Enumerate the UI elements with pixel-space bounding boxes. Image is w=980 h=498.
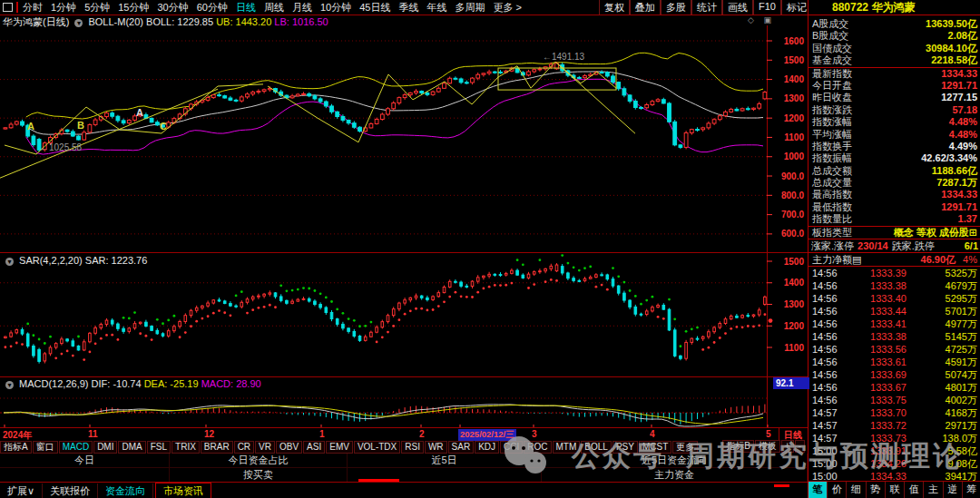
indicator-tab-RSI[interactable]: RSI [401, 441, 424, 454]
indicator-tab-CR[interactable]: CR [234, 441, 254, 454]
period-tab-45日线[interactable]: 45日线 [359, 1, 390, 15]
main-axis-label: 1500 [784, 55, 805, 65]
tick-price: 1333.38 [852, 330, 925, 343]
window-icon[interactable] [3, 3, 13, 12]
action-button-复权[interactable]: 复权 [599, 0, 630, 15]
indicator-tab-VR[interactable]: VR [255, 441, 275, 454]
action-button-叠加[interactable]: 叠加 [630, 0, 661, 15]
period-tab-5分钟[interactable]: 5分钟 [84, 1, 110, 15]
indicator-tab-VOL-TDX[interactable]: VOL-TDX [354, 441, 400, 454]
period-tab-30分钟[interactable]: 30分钟 [158, 1, 189, 15]
boll-ub-value: UB: 1443.20 [216, 16, 271, 27]
period-tab-年线[interactable]: 年线 [427, 1, 447, 15]
main-axis-label: 1400 [784, 74, 805, 84]
period-tab-季线[interactable]: 季线 [399, 1, 419, 15]
quote-tab-逆[interactable]: 逆 [943, 482, 962, 498]
quote-label: B股成交 [812, 30, 848, 42]
quote-tab-势[interactable]: 势 [866, 482, 885, 498]
period-tab-1分钟[interactable]: 1分钟 [51, 1, 76, 15]
sar-dropdown-icon[interactable]: ▾ [5, 258, 14, 266]
period-tab-60分钟[interactable]: 60分钟 [197, 1, 228, 15]
sar-name: SAR(4,2,2,20) [19, 255, 83, 266]
period-tab-周线[interactable]: 周线 [264, 1, 284, 15]
bottom-tab-资金流向[interactable]: 资金流向 [98, 483, 153, 498]
boll-mid-value: BOLL: 1229.85 [146, 16, 213, 27]
indicator-tab-OBV[interactable]: OBV [276, 441, 302, 454]
tick-price: 1333.75 [852, 394, 925, 406]
tick-volume: 4002万 [925, 394, 977, 406]
quote-label: 最低指数 [812, 201, 852, 213]
indicator-tab-WR[interactable]: WR [425, 441, 447, 454]
indicator-dropdown-icon[interactable]: ▾ [74, 19, 83, 27]
indicator-tab-SAR[interactable]: SAR [448, 441, 475, 454]
bottom-tab-市场资讯[interactable]: 市场资讯 [155, 483, 211, 498]
indicator-tab-DMI[interactable]: DMI [93, 441, 117, 454]
macd-dropdown-icon[interactable]: ▾ [5, 381, 14, 389]
timeline-label-11: 11 [88, 429, 98, 439]
quote-label: A股成交 [812, 18, 848, 30]
stock-app-window: 分时1分钟5分钟15分钟30分钟60分钟日线周线月线10分钟45日线季线年线多周… [0, 0, 980, 498]
sar-panel-header: ▾ SAR(4,2,2,20) SAR: 1223.76 [3, 255, 147, 266]
tick-volume: 5325万 [925, 267, 977, 279]
fund-header-今日资金占比: 今日资金占比 [170, 454, 348, 467]
indicator-tab-MACD[interactable]: MACD [59, 441, 93, 454]
quote-label: 总成交量 [812, 177, 852, 189]
quote-tab-联[interactable]: 联 [885, 482, 904, 498]
action-button-画线[interactable]: 画线 [722, 0, 753, 15]
quote-label: 指数换手 [812, 141, 852, 152]
tick-price: 1333.44 [852, 305, 925, 317]
quote-tab-笔[interactable]: 笔 [808, 482, 827, 498]
indicator-tab-EMV[interactable]: EMV [326, 441, 353, 454]
indicator-tab-窗口[interactable]: 窗口 [33, 441, 58, 454]
indicator-tab-FSL[interactable]: FSL [147, 441, 171, 454]
period-tab-10分钟[interactable]: 10分钟 [320, 1, 351, 15]
indicator-tab-KDJ[interactable]: KDJ [475, 441, 499, 454]
tick-row: 14:561333.674801万 [808, 381, 980, 394]
scroll-indicator[interactable] [358, 479, 399, 482]
period-tab-15分钟[interactable]: 15分钟 [118, 1, 149, 15]
indicator-tab-BRAR[interactable]: BRAR [201, 441, 233, 454]
tick-row: 14:561333.405295万 [808, 292, 980, 305]
macd-panel-header: ▾ MACD(12,26,9) DIF: -10.74 DEA: -25.19 … [3, 378, 261, 389]
scroll-indicator-small[interactable] [774, 484, 789, 487]
chart-canvas[interactable]: ABCA←1025.58←1491.1316001500140013001200… [0, 15, 808, 428]
tick-price: 1333.72 [852, 419, 925, 432]
quote-tab-值[interactable]: 值 [904, 482, 923, 498]
quote-row-昨日收盘: 昨日收盘1277.15 [808, 92, 980, 103]
tick-time: 14:56 [812, 292, 852, 305]
indicator-tab-DMA[interactable]: DMA [118, 441, 145, 454]
bottom-tab-关联报价[interactable]: 关联报价 [43, 483, 98, 498]
indicator-tab-ASI[interactable]: ASI [303, 441, 325, 454]
period-tab-多周期[interactable]: 多周期 [456, 1, 485, 15]
main-axis-label: 700.0 [781, 210, 804, 220]
quote-tab-细[interactable]: 细 [846, 482, 865, 498]
main-axis-label: 1000 [784, 151, 805, 161]
quote-label: 今日开盘 [812, 80, 852, 92]
quote-label: 总成交额 [812, 165, 852, 177]
period-tab-月线[interactable]: 月线 [292, 1, 312, 15]
quote-label: 平均涨幅 [812, 129, 852, 141]
quote-tab-筹[interactable]: 筹 [962, 482, 980, 498]
main-axis-label: 1300 [784, 93, 805, 103]
macd-axis-badge: 92.1 [773, 377, 809, 389]
indicator-tab-TRIX[interactable]: TRIX [172, 441, 200, 454]
action-button-统计[interactable]: 统计 [691, 0, 722, 15]
indicator-tab-指标A[interactable]: 指标A [0, 441, 32, 454]
sar-value: SAR: 1223.76 [85, 255, 148, 266]
quote-tab-主[interactable]: 主 [923, 482, 942, 498]
action-button-F10[interactable]: F10 [753, 0, 781, 15]
watermark-text-2: 周期研究与预测理论 [686, 437, 964, 475]
quote-label: 指数振幅 [812, 152, 852, 164]
tick-time: 14:56 [812, 356, 852, 368]
bottom-tab-扩展∨[interactable]: 扩展∨ [0, 483, 43, 498]
action-button-多股[interactable]: 多股 [661, 0, 691, 15]
period-tab-更多 >[interactable]: 更多 > [494, 1, 522, 15]
period-tab-分时[interactable]: 分时 [23, 1, 43, 15]
tick-time: 14:56 [812, 381, 852, 394]
quote-tab-价[interactable]: 价 [827, 482, 846, 498]
period-tab-日线[interactable]: 日线 [236, 1, 256, 15]
tick-volume: 5145万 [925, 330, 977, 343]
macd-dif-value: DIF: -10.74 [92, 378, 142, 389]
candlestick-series [4, 62, 767, 151]
decliners-label: 跌家.跌停 [892, 239, 935, 252]
